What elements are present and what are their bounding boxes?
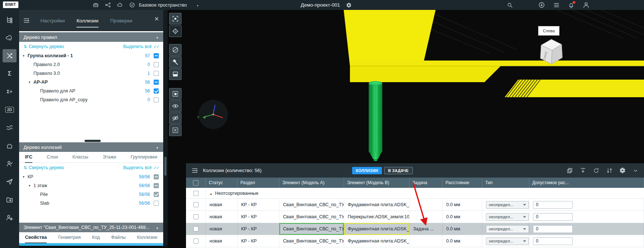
select-all-link[interactable]: Выделить всё	[123, 165, 159, 170]
tab-floors[interactable]: Этажи	[103, 152, 116, 163]
task-cell[interactable]: Задача ...	[409, 223, 443, 235]
rules-tree-item[interactable]: Группа коллизий - 1 57	[19, 51, 163, 60]
sum-plus-button[interactable]: Σ+	[3, 85, 17, 98]
allowed-distance-input[interactable]: 0	[533, 213, 573, 221]
check-circle-icon[interactable]	[129, 2, 135, 8]
checkbox[interactable]	[154, 201, 159, 206]
close-panel-icon[interactable]: ×	[154, 15, 159, 22]
axis-gizmo[interactable]: Y	[197, 100, 228, 129]
spaces-button[interactable]	[3, 31, 17, 44]
allowed-distance-input[interactable]: 0	[533, 225, 573, 233]
rules-tree-item[interactable]: Правило 3.0 1	[19, 69, 163, 78]
focus-target-button[interactable]	[169, 25, 182, 37]
workspace-selector[interactable]: Базовое пространство	[139, 0, 199, 10]
checkbox[interactable]	[154, 53, 159, 58]
element-a-cell-highlighted[interactable]: Свая_Винтовая_СВС_по_ТУ_	[279, 223, 344, 235]
type-dropdown[interactable]: неопредел...	[486, 213, 529, 221]
2d-view-button[interactable]: 2D	[3, 103, 17, 116]
user-check-button[interactable]	[3, 157, 17, 170]
element-a-cell[interactable]: Свая_Винтовая_СВС_по_ТУ_	[279, 211, 344, 223]
app-logo[interactable]: BIMIT	[3, 1, 18, 8]
collisions-tree-item[interactable]: Slab 56/56	[19, 199, 163, 208]
column-distance[interactable]: Расстояние	[443, 178, 482, 188]
tab-settings[interactable]: Настройки	[40, 10, 65, 31]
collisions-tree-item[interactable]: Pile 56/56	[19, 190, 163, 199]
collisions-tree-item[interactable]: КР 56/56	[19, 172, 163, 181]
column-status[interactable]: Статус	[206, 178, 237, 188]
notifications-bell-icon[interactable]	[568, 2, 575, 8]
column-task[interactable]: Задача	[409, 178, 443, 188]
element-a-cell[interactable]: Свая_Винтовая_СВС_по_ТУ_	[279, 235, 344, 247]
tab-classes[interactable]: Классы	[72, 152, 88, 163]
sum-button[interactable]: Σ	[3, 67, 17, 80]
collisions-tree-header[interactable]: Дерево коллизий	[19, 142, 163, 152]
column-section[interactable]: Раздел	[237, 178, 279, 188]
plugins-button[interactable]	[3, 139, 17, 152]
charts-button[interactable]	[3, 121, 17, 134]
element-b-cell[interactable]: Перекрытие:ADSK_земля:10	[344, 211, 409, 223]
expand-arrow[interactable]	[23, 54, 28, 58]
type-dropdown[interactable]: неопредел...	[486, 201, 529, 209]
allowed-distance-input[interactable]: 0	[533, 201, 573, 209]
toolbox-icon[interactable]	[93, 2, 99, 8]
collisions-button[interactable]	[3, 49, 17, 62]
collision-row[interactable]: новая КР - КР Свая_Винтовая_СВС_по_ТУ_ П…	[186, 211, 644, 223]
type-dropdown[interactable]: неопредел...	[486, 237, 529, 245]
collisions-tree-item[interactable]: 1 этаж 56/56	[19, 181, 163, 190]
scrollbar-thumb[interactable]	[85, 140, 101, 142]
tab-code[interactable]: Код	[92, 232, 100, 243]
element-section-header[interactable]: Элемент "Свая_Винтовая_СВС_по_ТУ_25-11-2…	[19, 223, 163, 232]
tab-geometry[interactable]: Геометрия	[58, 232, 80, 243]
rules-tree-header[interactable]: Дерево правил	[19, 32, 163, 42]
panel-menu-icon[interactable]	[23, 17, 30, 24]
search-icon[interactable]	[507, 2, 513, 8]
download-circle-icon[interactable]	[538, 1, 545, 8]
model-structure-button[interactable]	[3, 13, 17, 26]
project-settings-gear-icon[interactable]	[346, 2, 352, 8]
checkbox[interactable]	[154, 97, 159, 102]
task-cell[interactable]	[409, 235, 443, 247]
tab-ifc[interactable]: IFC	[25, 152, 32, 163]
element-b-cell[interactable]: Фундаментная плита:ADSK_	[344, 199, 409, 211]
checkbox[interactable]	[154, 192, 159, 197]
nav-cube[interactable]: Снизу	[536, 36, 565, 66]
clip-box-button[interactable]	[169, 68, 182, 80]
checkbox[interactable]	[154, 174, 159, 179]
checkbox[interactable]	[193, 226, 198, 231]
isolate-button[interactable]	[169, 88, 182, 100]
element-b-cell[interactable]: Фундаментная плита:ADSK_	[344, 235, 409, 247]
export-icon[interactable]	[580, 167, 586, 174]
group-row[interactable]: Неотсортированные	[186, 188, 644, 199]
checkbox[interactable]	[154, 183, 159, 188]
rules-tree-item[interactable]: АР-АР 56	[19, 78, 163, 87]
panel-scrollbar[interactable]	[163, 10, 168, 246]
tab-collisions[interactable]: Коллизии	[76, 10, 99, 31]
column-allowed[interactable]: Допустимое рас...	[529, 178, 644, 188]
copy-icon[interactable]	[566, 167, 573, 174]
rules-tree-item[interactable]: Правило 2.0 0	[19, 60, 163, 69]
select-all-checkbox[interactable]	[193, 180, 198, 186]
section-plane-button[interactable]	[169, 44, 182, 56]
cloud-icon[interactable]	[117, 2, 123, 8]
checkbox[interactable]	[154, 80, 159, 85]
export-folder-button[interactable]	[3, 193, 17, 206]
user-settings-button[interactable]	[3, 211, 17, 224]
checkbox[interactable]	[154, 71, 159, 76]
tools-hammer-button[interactable]	[169, 56, 182, 68]
expand-arrow[interactable]	[29, 80, 33, 84]
collapse-table-chevron-icon[interactable]	[632, 167, 639, 174]
collapse-tree-link[interactable]: Свернуть дерево	[24, 44, 64, 49]
column-element-b[interactable]: Элемент (Модель B)	[344, 178, 409, 188]
tab-files[interactable]: Файлы	[111, 232, 126, 243]
collision-row-selected[interactable]: новая КР - КР Свая_Винтовая_СВС_по_ТУ_ Ф…	[186, 223, 644, 235]
in-task-mode-button[interactable]: В ЗАДАЧЕ	[384, 167, 413, 174]
scrollbar-thumb[interactable]	[164, 157, 167, 176]
menu-list-icon[interactable]	[553, 2, 560, 8]
element-a-cell[interactable]: Свая_Винтовая_СВС_по_ТУ_	[279, 199, 344, 211]
table-settings-gear-icon[interactable]	[619, 167, 626, 174]
table-menu-icon[interactable]	[191, 167, 198, 174]
checkbox[interactable]	[193, 191, 198, 196]
checkbox[interactable]	[154, 62, 159, 67]
task-cell[interactable]	[409, 199, 443, 211]
select-all-link[interactable]: Выделить всё	[123, 44, 159, 49]
